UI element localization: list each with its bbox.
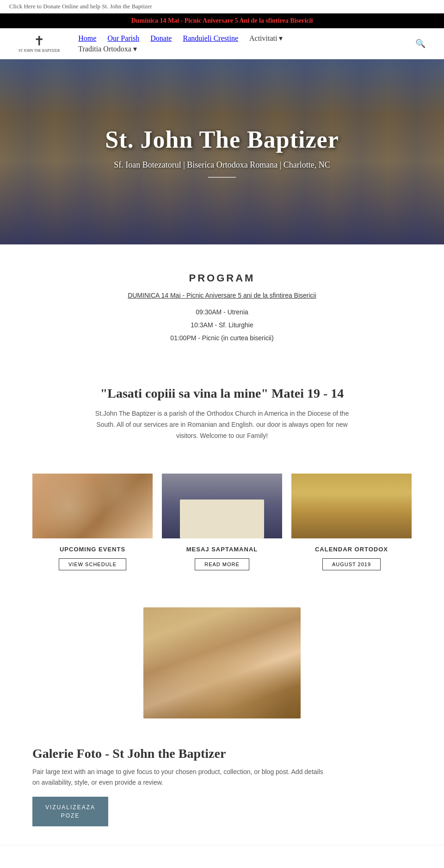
card-calendar: CALENDAR ORTODOX AUGUST 2019 [287, 474, 416, 570]
card-image-mesaj [162, 474, 282, 538]
nav-link-randuieli[interactable]: Randuieli Crestine [183, 34, 238, 43]
quote-heading: "Lasati copiii sa vina la mine" Matei 19… [37, 386, 407, 401]
quote-section: "Lasati copiii sa vina la mine" Matei 19… [0, 363, 444, 455]
card-mesaj: MESAJ SAPTAMANAL READ MORE [157, 474, 287, 570]
chevron-down-icon: ▾ [133, 45, 137, 53]
card-image-calendar [291, 474, 412, 538]
footer-quote-section: Veselitu-m-am de cei ce mi-au zis: in ca… [0, 845, 444, 868]
nav-links: Home Our Parish Donate Randuieli Crestin… [78, 34, 283, 53]
search-icon[interactable]: 🔍 [415, 38, 426, 49]
site-logo[interactable]: ✝ ST JOHN THE BAPTIZER [18, 35, 60, 53]
gallery-text: Galerie Foto - St John the Baptizer Pair… [28, 746, 328, 826]
schedule-item-3: 01:00PM - Picnic (in curtea bisericii) [37, 331, 407, 344]
nav-link-donate[interactable]: Donate [150, 34, 172, 43]
card-title-calendar: CALENDAR ORTODOX [315, 546, 388, 553]
hero-title: St. John The Baptizer [105, 126, 339, 153]
quote-body: St.John The Baptizer is a parish of the … [92, 408, 352, 441]
view-schedule-button[interactable]: VIEW SCHEDULE [59, 558, 126, 570]
hero-section: St. John The Baptizer Sf. Ioan Botezator… [0, 59, 444, 244]
program-schedule: 09:30AM - Utrenia 10:3AM - Sf. Liturghie… [37, 306, 407, 344]
hero-subtitle: Sf. Ioan Botezatorul | Biserica Ortodoxa… [105, 159, 339, 171]
program-heading: PROGRAM [37, 272, 407, 284]
cross-icon: ✝ [34, 35, 44, 48]
program-section: PROGRAM DUMINICA 14 Mai - Picnic Anivers… [0, 244, 444, 363]
announcement-text: Duminica 14 Mai - Picnic Aniversare 5 An… [131, 17, 313, 24]
top-bar-text: Click Here to Donate Online and help St.… [9, 3, 152, 10]
gallery-group-photo [143, 607, 301, 718]
hero-divider [208, 177, 236, 178]
card-title-events: UPCOMING EVENTS [60, 546, 125, 553]
navbar: ✝ ST JOHN THE BAPTIZER Home Our Parish D… [0, 28, 444, 59]
nav-dropdown-activitati[interactable]: Activitati ▾ [249, 34, 283, 43]
nav-dropdown-traditia[interactable]: Traditia Ortodoxa ▾ [78, 44, 137, 53]
nav-link-home[interactable]: Home [78, 34, 96, 43]
logo-text: ST JOHN THE BAPTIZER [18, 49, 60, 53]
card-upcoming-events: UPCOMING EVENTS VIEW SCHEDULE [28, 474, 157, 570]
card-title-mesaj: MESAJ SAPTAMANAL [186, 546, 258, 553]
gallery-heading: Galerie Foto - St John the Baptizer [32, 746, 328, 761]
top-bar[interactable]: Click Here to Donate Online and help St.… [0, 0, 444, 13]
cards-section: UPCOMING EVENTS VIEW SCHEDULE MESAJ SAPT… [0, 455, 444, 589]
gallery-body: Pair large text with an image to give fo… [32, 767, 328, 787]
schedule-item-2: 10:3AM - Sf. Liturghie [37, 318, 407, 331]
card-image-events [32, 474, 153, 538]
program-link[interactable]: DUMINICA 14 Mai - Picnic Aniversare 5 an… [37, 292, 407, 299]
gallery-section: Galerie Foto - St John the Baptizer Pair… [0, 589, 444, 845]
announcement-bar[interactable]: Duminica 14 Mai - Picnic Aniversare 5 An… [0, 13, 444, 28]
schedule-item-1: 09:30AM - Utrenia [37, 306, 407, 318]
read-more-button[interactable]: READ MORE [195, 558, 249, 570]
nav-link-parish[interactable]: Our Parish [107, 34, 139, 43]
vizualizeaza-poze-button[interactable]: VIZUALIZEAZAPOZE [32, 797, 108, 826]
hero-content: St. John The Baptizer Sf. Ioan Botezator… [105, 126, 339, 178]
august-2019-button[interactable]: AUGUST 2019 [322, 558, 381, 570]
chevron-down-icon: ▾ [279, 34, 283, 42]
